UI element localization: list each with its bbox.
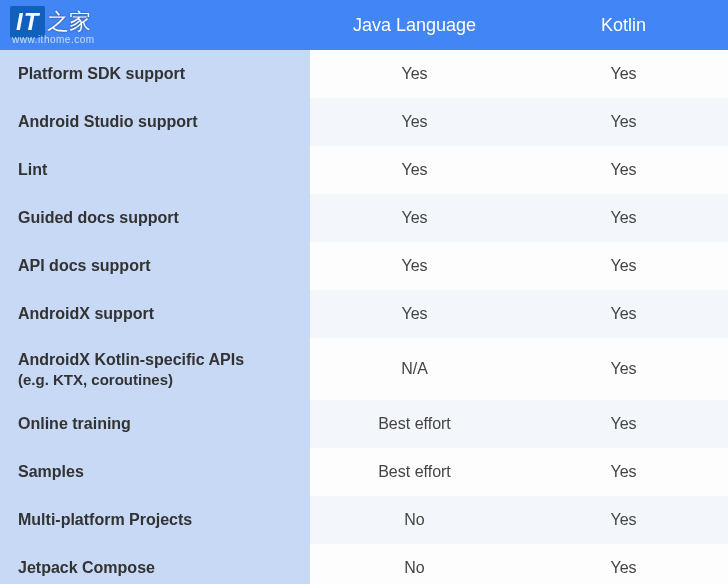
kotlin-cell: Yes [519, 50, 728, 98]
java-cell: No [310, 544, 519, 584]
watermark-cn-text: 之家 [47, 7, 91, 37]
feature-cell: Lint [0, 146, 310, 194]
header-java: Java Language [310, 0, 519, 50]
java-cell: Yes [310, 50, 519, 98]
kotlin-cell: Yes [519, 242, 728, 290]
header-kotlin: Kotlin [519, 0, 728, 50]
table-row: Online trainingBest effortYes [0, 400, 728, 448]
feature-cell: Online training [0, 400, 310, 448]
table-row: Platform SDK supportYesYes [0, 50, 728, 98]
java-cell: Yes [310, 290, 519, 338]
java-cell: Yes [310, 98, 519, 146]
table-row: LintYesYes [0, 146, 728, 194]
table-row: Android Studio supportYesYes [0, 98, 728, 146]
feature-cell: Multi-platform Projects [0, 496, 310, 544]
kotlin-cell: Yes [519, 544, 728, 584]
table-row: Guided docs supportYesYes [0, 194, 728, 242]
table-row: Jetpack ComposeNoYes [0, 544, 728, 584]
table-row: Multi-platform ProjectsNoYes [0, 496, 728, 544]
kotlin-cell: Yes [519, 146, 728, 194]
comparison-table: Java Language Kotlin Platform SDK suppor… [0, 0, 728, 584]
java-cell: Yes [310, 242, 519, 290]
kotlin-cell: Yes [519, 290, 728, 338]
kotlin-cell: Yes [519, 338, 728, 400]
java-cell: Yes [310, 194, 519, 242]
java-cell: No [310, 496, 519, 544]
kotlin-cell: Yes [519, 400, 728, 448]
feature-subtext: (e.g. KTX, coroutines) [18, 371, 294, 388]
feature-cell: AndroidX support [0, 290, 310, 338]
feature-cell: Samples [0, 448, 310, 496]
java-cell: Best effort [310, 448, 519, 496]
table-row: SamplesBest effortYes [0, 448, 728, 496]
table-header-row: Java Language Kotlin [0, 0, 728, 50]
feature-cell: API docs support [0, 242, 310, 290]
feature-cell: Jetpack Compose [0, 544, 310, 584]
feature-cell: AndroidX Kotlin-specific APIs(e.g. KTX, … [0, 338, 310, 400]
kotlin-cell: Yes [519, 448, 728, 496]
java-cell: Yes [310, 146, 519, 194]
kotlin-cell: Yes [519, 98, 728, 146]
kotlin-cell: Yes [519, 496, 728, 544]
table-row: AndroidX supportYesYes [0, 290, 728, 338]
feature-cell: Platform SDK support [0, 50, 310, 98]
kotlin-cell: Yes [519, 194, 728, 242]
watermark-url: www.ithome.com [12, 34, 95, 45]
java-cell: N/A [310, 338, 519, 400]
table-row: API docs supportYesYes [0, 242, 728, 290]
table-row: AndroidX Kotlin-specific APIs(e.g. KTX, … [0, 338, 728, 400]
feature-cell: Android Studio support [0, 98, 310, 146]
java-cell: Best effort [310, 400, 519, 448]
feature-cell: Guided docs support [0, 194, 310, 242]
